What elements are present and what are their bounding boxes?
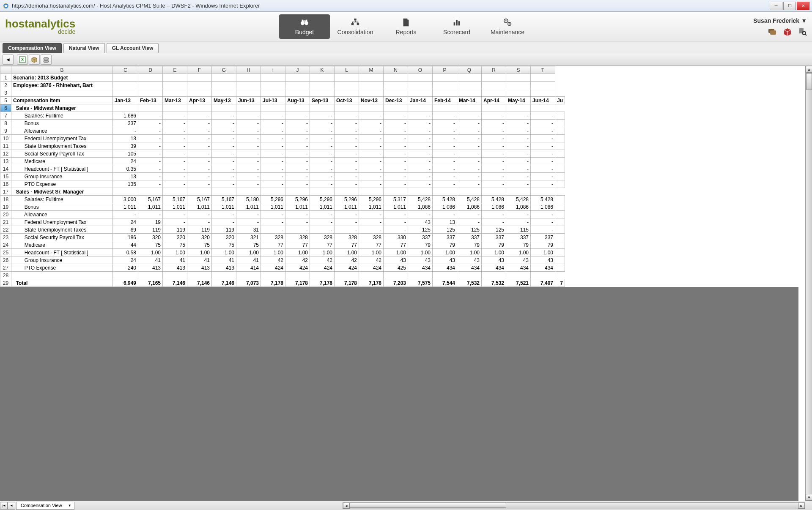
cell[interactable] xyxy=(310,272,335,279)
cell[interactable]: - xyxy=(506,127,531,135)
cell[interactable]: Compensation Item xyxy=(11,97,113,104)
cell[interactable] xyxy=(335,272,359,279)
cell[interactable]: - xyxy=(163,127,187,135)
cell[interactable]: - xyxy=(359,218,384,226)
cell[interactable]: - xyxy=(482,150,506,158)
cell[interactable] xyxy=(555,264,565,272)
cell[interactable]: 1,011 xyxy=(261,203,285,211)
cell[interactable]: 1,011 xyxy=(212,203,236,211)
cell[interactable] xyxy=(138,89,163,97)
cell[interactable]: 413 xyxy=(138,264,163,272)
cell[interactable]: 20 xyxy=(0,211,11,218)
excel-export-button[interactable]: X xyxy=(17,55,28,65)
cell[interactable]: 5,428 xyxy=(457,196,482,203)
cell[interactable]: 240 xyxy=(113,264,138,272)
cell[interactable]: - xyxy=(506,135,531,142)
cell[interactable]: - xyxy=(384,112,408,120)
cell[interactable]: Apr-14 xyxy=(482,97,506,104)
cell[interactable]: - xyxy=(531,127,555,135)
search-icon[interactable] xyxy=(798,27,807,36)
cell[interactable] xyxy=(187,188,212,196)
cell[interactable]: 79 xyxy=(531,241,555,249)
cell[interactable]: - xyxy=(506,112,531,120)
cell[interactable]: 337 xyxy=(408,234,433,241)
cell[interactable]: 1.00 xyxy=(482,249,506,256)
cell[interactable]: Bonus xyxy=(11,203,113,211)
cell[interactable] xyxy=(457,104,482,112)
cell[interactable] xyxy=(531,82,555,89)
cell[interactable]: 5,296 xyxy=(335,196,359,203)
cell[interactable]: Sales - Midwest Sr. Manager xyxy=(11,188,113,196)
cell[interactable] xyxy=(236,188,261,196)
cell[interactable] xyxy=(138,272,163,279)
cell[interactable]: - xyxy=(531,226,555,234)
cell[interactable] xyxy=(187,74,212,82)
cell[interactable]: 75 xyxy=(163,241,187,249)
cell[interactable]: Jul-13 xyxy=(261,97,285,104)
cell[interactable] xyxy=(359,82,384,89)
cell[interactable]: 5,428 xyxy=(433,196,457,203)
cell[interactable] xyxy=(113,74,138,82)
cell[interactable]: - xyxy=(212,158,236,165)
cell[interactable]: 7,178 xyxy=(359,279,384,287)
cell[interactable] xyxy=(138,188,163,196)
cell[interactable] xyxy=(187,89,212,97)
cell[interactable]: 5,317 xyxy=(384,196,408,203)
hscroll-thumb[interactable] xyxy=(350,503,506,508)
cell[interactable]: - xyxy=(433,120,457,127)
cell[interactable]: 24 xyxy=(113,218,138,226)
cell[interactable] xyxy=(555,234,565,241)
cell[interactable]: 7,073 xyxy=(236,279,261,287)
cell[interactable] xyxy=(457,272,482,279)
cell[interactable] xyxy=(384,188,408,196)
cell[interactable]: - xyxy=(187,180,212,188)
cell[interactable] xyxy=(113,104,138,112)
cell[interactable]: - xyxy=(482,112,506,120)
cell[interactable]: 18 xyxy=(0,196,11,203)
cell[interactable]: - xyxy=(212,180,236,188)
cell[interactable]: 39 xyxy=(113,142,138,150)
cell[interactable]: - xyxy=(457,211,482,218)
cell[interactable]: - xyxy=(285,226,310,234)
scroll-up-button[interactable]: ▲ xyxy=(806,66,812,73)
cell[interactable]: 1,011 xyxy=(310,203,335,211)
cell[interactable] xyxy=(310,89,335,97)
col-header[interactable]: T xyxy=(531,66,555,74)
cell[interactable]: 330 xyxy=(384,234,408,241)
cell[interactable]: - xyxy=(212,218,236,226)
cell[interactable]: Allowance xyxy=(11,127,113,135)
cell[interactable] xyxy=(163,89,187,97)
cell[interactable]: 337 xyxy=(457,234,482,241)
cell[interactable]: - xyxy=(359,142,384,150)
cell[interactable]: - xyxy=(531,135,555,142)
cell[interactable]: - xyxy=(433,211,457,218)
cell[interactable]: - xyxy=(433,165,457,173)
cell[interactable]: - xyxy=(531,158,555,165)
cell[interactable]: 1.00 xyxy=(163,249,187,256)
cell[interactable] xyxy=(531,89,555,97)
cell[interactable]: - xyxy=(457,120,482,127)
cell[interactable]: 135 xyxy=(113,180,138,188)
cell[interactable] xyxy=(408,104,433,112)
cell[interactable]: - xyxy=(285,112,310,120)
col-header[interactable]: J xyxy=(285,66,310,74)
cell[interactable]: 7 xyxy=(0,112,11,120)
cell[interactable]: 21 xyxy=(0,218,11,226)
cell[interactable] xyxy=(138,74,163,82)
cell[interactable] xyxy=(433,188,457,196)
cell[interactable]: - xyxy=(261,150,285,158)
cell[interactable]: 5,180 xyxy=(236,196,261,203)
cell[interactable]: 1,086 xyxy=(531,203,555,211)
cell[interactable]: 7,532 xyxy=(457,279,482,287)
cell[interactable]: - xyxy=(310,112,335,120)
cell[interactable]: Dec-13 xyxy=(384,97,408,104)
cell[interactable]: 320 xyxy=(163,234,187,241)
cell[interactable]: 1,086 xyxy=(433,203,457,211)
cell[interactable]: - xyxy=(457,135,482,142)
cell[interactable] xyxy=(310,82,335,89)
cell[interactable]: - xyxy=(285,127,310,135)
cell[interactable]: Jan-13 xyxy=(113,97,138,104)
cell[interactable]: 2 xyxy=(0,82,11,89)
cell[interactable]: - xyxy=(457,142,482,150)
cell[interactable]: 1,086 xyxy=(482,203,506,211)
